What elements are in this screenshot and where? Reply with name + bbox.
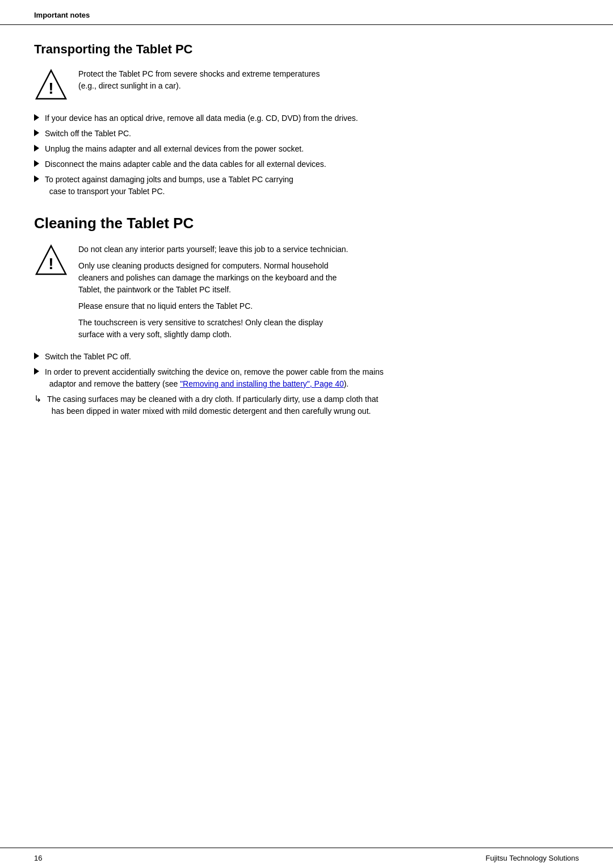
list-item: In order to prevent accidentially switch… — [34, 366, 579, 390]
warning-icon-2: ! — [34, 244, 68, 278]
bullet-arrow-icon — [34, 175, 39, 182]
list-item: To protect against damaging jolts and bu… — [34, 174, 579, 198]
cleaning-warning-texts: Do not clean any interior parts yourself… — [78, 244, 348, 341]
svg-text:!: ! — [48, 79, 53, 97]
bullet-arrow-icon — [34, 368, 39, 375]
transport-title: Transporting the Tablet PC — [34, 42, 579, 57]
cleaning-warning-para-1: Do not clean any interior parts yourself… — [78, 244, 348, 255]
bullet-arrow-icon — [34, 145, 39, 152]
bullet-arrow-icon — [34, 353, 39, 359]
hook-arrow-icon: ↳ — [34, 393, 41, 405]
bullet-arrow-icon — [34, 160, 39, 167]
bullet-text: To protect against damaging jolts and bu… — [45, 174, 293, 198]
page-container: Important notes Transporting the Tablet … — [0, 0, 613, 868]
cleaning-warning-para-3: Please ensure that no liquid enters the … — [78, 300, 348, 312]
cleaning-title: Cleaning the Tablet PC — [34, 215, 579, 232]
bullet-text: If your device has an optical drive, rem… — [45, 112, 358, 124]
cleaning-warning-para-4: The touchscreen is very sensitive to scr… — [78, 317, 348, 341]
transport-section: Transporting the Tablet PC ! Protect the… — [34, 42, 579, 198]
header-label: Important notes — [34, 11, 90, 19]
list-item: Switch off the Tablet PC. — [34, 128, 579, 140]
transport-bullet-list: If your device has an optical drive, rem… — [34, 112, 579, 198]
list-item: If your device has an optical drive, rem… — [34, 112, 579, 124]
bullet-arrow-icon — [34, 129, 39, 136]
transport-warning-block: ! Protect the Tablet PC from severe shoc… — [34, 68, 579, 102]
header-bar: Important notes — [0, 0, 613, 25]
footer-brand: Fujitsu Technology Solutions — [485, 854, 579, 862]
main-content: Transporting the Tablet PC ! Protect the… — [0, 25, 613, 848]
footer-page-number: 16 — [34, 854, 42, 862]
cleaning-bullet-list: Switch the Tablet PC off. In order to pr… — [34, 351, 579, 417]
bullet-text: Switch the Tablet PC off. — [45, 351, 131, 363]
transport-warning-text: Protect the Tablet PC from severe shocks… — [78, 68, 579, 92]
bullet-text: In order to prevent accidentially switch… — [45, 366, 384, 390]
list-item: Switch the Tablet PC off. — [34, 351, 579, 363]
bullet-text: Unplug the mains adapter and all externa… — [45, 143, 304, 155]
bullet-arrow-icon — [34, 114, 39, 121]
svg-text:!: ! — [48, 255, 53, 272]
cleaning-section: Cleaning the Tablet PC ! Do not clean an… — [34, 215, 579, 417]
list-item: ↳ The casing surfaces may be cleaned wit… — [34, 393, 579, 417]
list-item: Unplug the mains adapter and all externa… — [34, 143, 579, 155]
battery-link[interactable]: "Removing and installing the battery", P… — [180, 379, 344, 388]
footer-bar: 16 Fujitsu Technology Solutions — [0, 848, 613, 868]
bullet-text: Switch off the Tablet PC. — [45, 128, 131, 140]
list-item: Disconnect the mains adapter cable and t… — [34, 158, 579, 170]
cleaning-warning-para-2: Only use cleaning products designed for … — [78, 260, 348, 296]
bullet-text: The casing surfaces may be cleaned with … — [47, 393, 378, 417]
bullet-text: Disconnect the mains adapter cable and t… — [45, 158, 326, 170]
cleaning-warning-block: ! Do not clean any interior parts yourse… — [34, 244, 579, 341]
warning-icon: ! — [34, 68, 68, 102]
